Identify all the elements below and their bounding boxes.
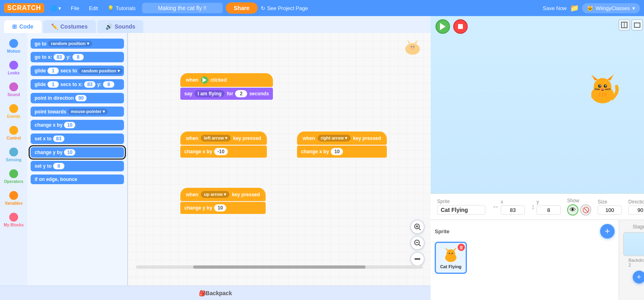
svg-marker-2 bbox=[407, 40, 411, 44]
block-set-x[interactable]: set x to 83 bbox=[31, 134, 124, 144]
user-avatar-icon: 🐱 bbox=[587, 5, 593, 11]
costume-icon: ✏️ bbox=[51, 23, 58, 30]
horizontal-scrollbar[interactable] bbox=[136, 265, 423, 269]
svg-line-9 bbox=[419, 228, 421, 230]
file-menu-button[interactable]: File bbox=[68, 4, 83, 13]
block-glide-random[interactable]: glide 1 secs to random position ▾ bbox=[31, 66, 124, 76]
x-neg10-input[interactable]: -10 bbox=[214, 148, 227, 155]
category-myblocks[interactable]: My Blocks bbox=[3, 211, 25, 229]
x-coord-input[interactable] bbox=[501, 205, 525, 215]
say-secs-input[interactable]: 2 bbox=[235, 90, 247, 97]
stage-thumbnail[interactable] bbox=[623, 232, 644, 256]
zoom-in-button[interactable] bbox=[410, 220, 425, 234]
svg-marker-16 bbox=[440, 23, 446, 30]
block-change-y[interactable]: change y by 10 bbox=[31, 147, 124, 158]
editor-panel: ⊞ Code ✏️ Costumes 🔊 Sounds Motion bbox=[0, 16, 431, 300]
green-flag-button[interactable] bbox=[436, 19, 450, 34]
svg-point-41 bbox=[446, 249, 455, 258]
project-title-input[interactable] bbox=[142, 3, 223, 13]
block-goto-xy[interactable]: go to x: 83 y: 8 bbox=[31, 52, 124, 62]
save-now-button[interactable]: Save Now bbox=[543, 5, 567, 11]
towards-dropdown[interactable]: mouse-pointer ▾ bbox=[68, 109, 108, 115]
change-y-10-block[interactable]: change y by 10 bbox=[180, 202, 266, 214]
svg-point-29 bbox=[600, 85, 601, 86]
change-x-neg10-block[interactable]: change x by -10 bbox=[180, 146, 267, 158]
category-sound[interactable]: Sound bbox=[3, 80, 25, 99]
sprite-name-input[interactable] bbox=[437, 205, 485, 215]
block-set-y[interactable]: set y to 8 bbox=[31, 161, 124, 171]
sound-dot bbox=[9, 82, 18, 91]
category-motion[interactable]: Motion bbox=[3, 37, 25, 55]
user-menu-button[interactable]: 🐱 WiingyClasses ▾ bbox=[582, 3, 640, 13]
blocks-list: go to random position ▾ go to x: 83 y: 8… bbox=[27, 33, 128, 286]
right-arrow-dropdown[interactable]: right arrow ▾ bbox=[318, 135, 351, 142]
glide-random-dropdown[interactable]: random position ▾ bbox=[78, 68, 122, 74]
block-bounce[interactable]: if on edge, bounce bbox=[31, 175, 124, 184]
x-10-input[interactable]: 10 bbox=[331, 148, 343, 155]
block-point-towards[interactable]: point towards mouse-pointer ▾ bbox=[31, 107, 124, 117]
folder-icon[interactable]: 📁 bbox=[570, 4, 579, 12]
category-operators[interactable]: Operators bbox=[3, 167, 25, 186]
variables-dot bbox=[9, 191, 18, 200]
category-looks[interactable]: Looks bbox=[3, 59, 25, 77]
cat-sprite-on-stage[interactable] bbox=[582, 72, 623, 106]
block-change-x[interactable]: change x by 10 bbox=[31, 120, 124, 130]
events-dot bbox=[9, 104, 18, 113]
stop-button[interactable] bbox=[453, 19, 468, 34]
show-visible-button[interactable]: 👁 bbox=[567, 204, 578, 216]
add-backdrop-button[interactable]: + bbox=[633, 271, 644, 284]
share-button[interactable]: Share bbox=[226, 2, 258, 14]
narrow-screen-button[interactable] bbox=[619, 19, 630, 31]
refresh-icon: ↻ bbox=[261, 5, 265, 11]
sprites-list: Sprite + 🗑 Cat Flying bbox=[431, 220, 619, 300]
tab-sounds[interactable]: 🔊 Sounds bbox=[97, 20, 143, 33]
when-up-arrow-hat[interactable]: when up arrow ▾ key pressed bbox=[180, 188, 266, 201]
svg-point-36 bbox=[591, 94, 598, 99]
y-arrows-icon: ↕ bbox=[531, 203, 535, 211]
change-x-10-block[interactable]: change x by 10 bbox=[297, 146, 387, 158]
see-project-button[interactable]: ↻ See Project Page bbox=[261, 5, 308, 11]
when-right-arrow-hat[interactable]: when right arrow ▾ key pressed bbox=[297, 132, 387, 145]
tab-code[interactable]: ⊞ Code bbox=[4, 20, 41, 33]
language-button[interactable]: 🌐 ▾ bbox=[47, 4, 64, 13]
y-coord-input[interactable] bbox=[537, 205, 561, 215]
lightbulb-icon: 💡 bbox=[107, 5, 114, 11]
svg-marker-43 bbox=[453, 248, 456, 251]
y-10-input[interactable]: 10 bbox=[214, 204, 226, 212]
direction-input[interactable] bbox=[628, 205, 644, 215]
backpack-bar[interactable]: 🎒 Backpack bbox=[0, 286, 431, 300]
block-goto-random[interactable]: go to random position ▾ bbox=[31, 39, 124, 49]
scratch-logo[interactable]: SCRATCH bbox=[4, 3, 44, 13]
left-arrow-dropdown[interactable]: left arrow ▾ bbox=[201, 135, 231, 142]
edit-menu-button[interactable]: Edit bbox=[86, 4, 101, 13]
user-chevron-icon: ▾ bbox=[632, 5, 635, 11]
category-events[interactable]: Events bbox=[3, 102, 25, 121]
sprite-thumb-cat[interactable]: 🗑 Cat Flying bbox=[435, 242, 467, 274]
tutorials-button[interactable]: 💡 Tutorials bbox=[104, 4, 138, 13]
zoom-out-button[interactable] bbox=[410, 236, 425, 250]
category-sensing[interactable]: Sensing bbox=[3, 146, 25, 164]
stage-area bbox=[431, 16, 644, 193]
sprite-delete-button[interactable]: 🗑 bbox=[458, 244, 465, 251]
cat-watermark bbox=[402, 39, 423, 56]
globe-chevron-icon: ▾ bbox=[58, 5, 61, 11]
size-input[interactable] bbox=[598, 205, 622, 215]
random-position-dropdown[interactable]: random position ▾ bbox=[48, 41, 92, 47]
tab-costumes[interactable]: ✏️ Costumes bbox=[43, 20, 96, 33]
sensing-dot bbox=[9, 148, 18, 156]
block-glide-xy[interactable]: glide 1 secs to x: 83 y: 8 bbox=[31, 79, 124, 90]
say-input[interactable]: I am flying bbox=[194, 90, 225, 97]
category-control[interactable]: Control bbox=[3, 124, 25, 142]
category-variables[interactable]: Variables bbox=[3, 189, 25, 208]
block-point-direction[interactable]: point in direction 90 bbox=[31, 93, 124, 103]
when-left-arrow-hat[interactable]: when left arrow ▾ key pressed bbox=[180, 132, 267, 145]
add-sprite-button[interactable]: + bbox=[600, 224, 615, 238]
show-group: Show 👁 🚫 bbox=[567, 198, 591, 216]
say-block[interactable]: say I am flying for 2 seconds bbox=[180, 88, 273, 100]
script-area[interactable]: when clicked say I am flying for 2 secon… bbox=[128, 33, 431, 286]
show-hidden-button[interactable]: 🚫 bbox=[580, 204, 591, 216]
up-arrow-dropdown[interactable]: up arrow ▾ bbox=[201, 191, 230, 198]
medium-screen-button[interactable] bbox=[632, 19, 643, 31]
zoom-fit-button[interactable] bbox=[410, 252, 425, 266]
when-flag-clicked-hat[interactable]: when clicked bbox=[180, 73, 273, 87]
